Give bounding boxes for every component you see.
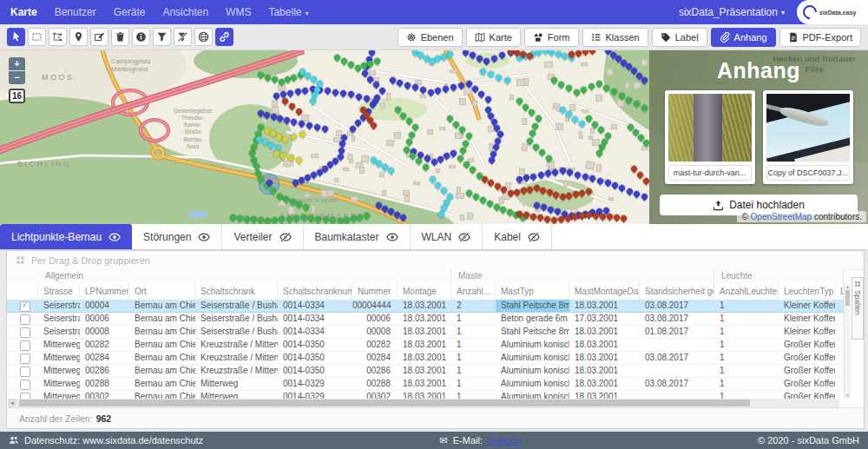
- tab-kabel[interactable]: Kabel: [483, 224, 552, 249]
- clear-filter-tool[interactable]: [174, 28, 192, 46]
- label-button[interactable]: Label: [652, 28, 707, 47]
- row-checkbox[interactable]: [20, 366, 30, 377]
- column-header-checkbox[interactable]: [7, 283, 38, 300]
- eye-icon[interactable]: [198, 231, 210, 243]
- ebenen-button[interactable]: Ebenen: [398, 28, 463, 47]
- table-row[interactable]: Mitterweg00286Bernau am ChiemseeKreuzstr…: [7, 365, 844, 378]
- menu-item-wms[interactable]: WMS: [226, 6, 251, 18]
- scroll-up-icon[interactable]: ▲: [845, 284, 851, 289]
- table-row[interactable]: Seiserstraße00006Bernau am ChiemseeSeise…: [7, 313, 844, 326]
- support-link[interactable]: Support: [488, 435, 522, 446]
- zoom-in-button[interactable]: +: [9, 57, 25, 70]
- attachment-thumbnail[interactable]: [668, 94, 752, 162]
- view-button-label: Anhang: [734, 32, 767, 43]
- map-label-campingplatz: Campingplatz Mariengrund: [111, 57, 151, 74]
- view-button-label: Karte: [490, 32, 512, 43]
- table-row[interactable]: Seiserstraße00008Bernau am ChiemseeSeise…: [7, 326, 844, 339]
- rectangle-select-tool[interactable]: [28, 28, 46, 46]
- menu-item-ansichten[interactable]: Ansichten: [162, 6, 208, 18]
- column-header-lpnummer[interactable]: LPNummer: [80, 283, 129, 300]
- column-header-le-[interactable]: Le...: [835, 283, 844, 300]
- attachment-card[interactable]: Copy of DSCF0037.J...: [763, 90, 853, 184]
- karte-button[interactable]: Karte: [466, 28, 521, 47]
- info-tool[interactable]: [132, 28, 150, 46]
- tab-label: WLAN: [422, 231, 452, 243]
- row-checkbox-cell: [7, 365, 38, 377]
- polygon-select-tool[interactable]: [49, 28, 67, 46]
- cell-nummer: 00006: [352, 313, 398, 325]
- eye-icon[interactable]: [108, 231, 121, 243]
- menu-item-benutzer[interactable]: Benutzer: [55, 6, 96, 18]
- zoom-out-button[interactable]: −: [9, 71, 25, 84]
- column-header-standsicherheit-gepr-[interactable]: Standsicherheit gepr.: [640, 283, 714, 300]
- cell-le-: [835, 365, 844, 377]
- row-checkbox[interactable]: [20, 353, 30, 364]
- map-building: [595, 95, 602, 102]
- link-tool[interactable]: [215, 28, 233, 46]
- view-button-label: PDF-Export: [803, 32, 852, 43]
- globe-tool[interactable]: [194, 28, 213, 46]
- row-checkbox[interactable]: [20, 314, 30, 325]
- cell-ort: Bernau am Chiemsee: [129, 352, 195, 364]
- column-header-nummer[interactable]: Nummer: [352, 283, 398, 300]
- attachment-panel: Hecken und Rottauer Filze Anhang mast-tu…: [649, 50, 868, 224]
- horizontal-scroll-thumb[interactable]: [19, 399, 750, 406]
- add-marker-tool[interactable]: [69, 28, 88, 46]
- row-checkbox[interactable]: [20, 327, 30, 338]
- attachment-card[interactable]: mast-tur-durch-van...: [665, 90, 755, 184]
- klassen-button[interactable]: Klassen: [582, 28, 648, 47]
- eye-slash-icon[interactable]: [528, 231, 540, 243]
- column-header-montage[interactable]: Montage: [398, 283, 451, 300]
- map-building: [435, 168, 439, 173]
- menu-item-geräte[interactable]: Geräte: [114, 6, 146, 18]
- column-header-ort[interactable]: Ort: [129, 283, 195, 300]
- row-checkbox[interactable]: [20, 340, 30, 351]
- anhang-button[interactable]: Anhang: [711, 28, 776, 47]
- tab-störungen[interactable]: Störungen: [132, 224, 222, 249]
- privacy-link[interactable]: Datenschutz: www.sixdata.de/datenschutz: [9, 435, 203, 446]
- column-header-mastmontagedatum[interactable]: MastMontageDatum: [569, 283, 640, 300]
- openstreetmap-link[interactable]: OpenStreetMap: [751, 212, 812, 221]
- map-building: [617, 99, 624, 107]
- menu-item-tabelle[interactable]: Tabelle▾: [268, 6, 308, 18]
- workspace-selector[interactable]: sixData_Präsentation ▾: [679, 6, 785, 18]
- table-row[interactable]: Mitterweg00284Bernau am ChiemseeKreuzstr…: [7, 352, 844, 365]
- attachment-thumbnail[interactable]: [766, 94, 850, 162]
- column-header-leuchtentyp[interactable]: LeuchtenTyp: [779, 283, 835, 300]
- table-row[interactable]: Mitterweg00282Bernau am ChiemseeKreuzstr…: [7, 339, 844, 352]
- tab-lichtpunkte-bernau[interactable]: Lichtpunkte-Bernau: [0, 224, 132, 249]
- edit-tool[interactable]: [90, 28, 108, 46]
- select-tool[interactable]: [7, 28, 25, 46]
- tab-wlan[interactable]: WLAN: [411, 224, 483, 249]
- column-chooser-tab[interactable]: Spalten: [852, 277, 864, 340]
- row-checkbox[interactable]: [20, 380, 30, 390]
- column-header-anzahl-[interactable]: Anzahl...: [451, 283, 496, 300]
- scroll-down-icon[interactable]: ▼: [845, 393, 851, 398]
- column-header-masttyp[interactable]: MastTyp: [496, 283, 569, 300]
- group-by-drop-zone[interactable]: Per Drag & Drop gruppieren: [7, 251, 864, 270]
- tab-verteiler[interactable]: Verteiler: [222, 224, 303, 249]
- horizontal-scrollbar[interactable]: ◄: [8, 399, 839, 407]
- eye-slash-icon[interactable]: [458, 231, 470, 243]
- column-header-strasse[interactable]: Strasse: [38, 283, 80, 300]
- table-row[interactable]: Seiserstraße00004Bernau am ChiemseeSeise…: [7, 300, 844, 313]
- filter-tool[interactable]: [153, 28, 171, 46]
- eye-icon[interactable]: [386, 231, 398, 243]
- eye-slash-icon[interactable]: [279, 231, 292, 243]
- row-checkbox[interactable]: [20, 301, 30, 312]
- vertical-scrollbar[interactable]: ▲ ▼: [844, 283, 851, 399]
- map-canvas[interactable]: MOOSBICHLINGCampingplatz MariengrundGewe…: [0, 50, 868, 224]
- form-button[interactable]: Form: [524, 28, 579, 47]
- column-header-anzahlleuchten[interactable]: AnzahlLeuchten: [714, 283, 779, 300]
- cell-anzahlleuchten: 1: [714, 339, 779, 351]
- vertical-scroll-thumb[interactable]: [845, 290, 850, 306]
- delete-tool[interactable]: [111, 28, 129, 46]
- column-header-schaltschrank[interactable]: Schaltschrank: [195, 283, 278, 300]
- column-header-schaltschranknummer[interactable]: Schaltschranknummer: [278, 283, 352, 300]
- table-row[interactable]: Mitterweg00288Bernau am ChiemseeMitterwe…: [7, 378, 844, 391]
- scroll-left-icon[interactable]: ◄: [8, 399, 16, 407]
- menu-item-karte[interactable]: Karte: [10, 6, 37, 18]
- map-building: [556, 123, 563, 130]
- pdf-export-button[interactable]: PDF-Export: [779, 28, 861, 47]
- tab-baumkataster[interactable]: Baumkataster: [304, 224, 411, 249]
